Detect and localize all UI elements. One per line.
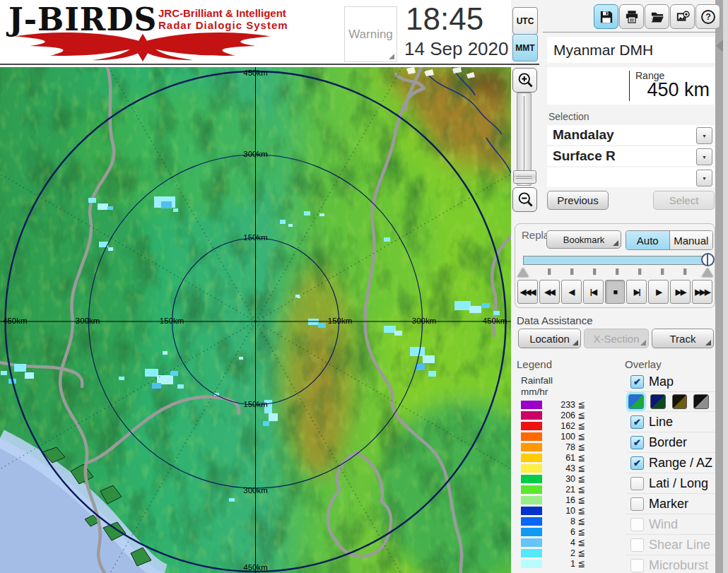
- legend-color-swatch: [521, 517, 542, 526]
- checkbox-checked[interactable]: ✔: [630, 436, 644, 449]
- select-button[interactable]: Select: [653, 191, 715, 210]
- legend-value: 2 ≦: [542, 548, 587, 558]
- warning-label: Warning: [348, 28, 393, 42]
- playback-rewind-fast-button[interactable]: ◀◀◀: [517, 280, 538, 304]
- playback-stop-button[interactable]: ■: [605, 280, 626, 304]
- chevron-down-icon[interactable]: [696, 170, 712, 187]
- product-dropdown[interactable]: Surface R: [547, 146, 715, 166]
- data-assistance-label: Data Assistance: [517, 314, 593, 326]
- replay-panel: Replay Bookmark Auto Manual ◀◀◀◀◀◀|◀■▶|▶…: [515, 223, 715, 308]
- legend-row: 2 ≦: [521, 548, 587, 558]
- manual-mode-button[interactable]: Manual: [670, 231, 713, 249]
- open-folder-button[interactable]: [645, 4, 669, 29]
- overlay-item-border[interactable]: ✔Border: [626, 432, 715, 452]
- warning-button[interactable]: Warning: [344, 6, 397, 62]
- map-style-navy-darkgreen[interactable]: [650, 394, 666, 409]
- checkbox[interactable]: [630, 538, 644, 552]
- overlay-item-marker[interactable]: Marker: [626, 493, 715, 514]
- collapse-panel-icon[interactable]: [716, 40, 723, 52]
- overlay-item-label: Line: [649, 415, 673, 430]
- logo-subtitle-1: JRC-Brilliant & Intelligent: [158, 7, 293, 19]
- overlay-item-label: Wind: [649, 517, 678, 532]
- overlay-item-label: Map: [649, 374, 674, 389]
- add-image-button[interactable]: [670, 4, 695, 29]
- timezone-mmt-button[interactable]: MMT: [512, 34, 538, 61]
- selection-label: Selection: [548, 111, 589, 122]
- legend-value: 61 ≦: [542, 452, 587, 463]
- legend-color-swatch: [521, 432, 542, 441]
- playback-play-button[interactable]: ▶: [648, 280, 669, 304]
- svg-text:300km: 300km: [243, 486, 268, 495]
- overlay-item-map[interactable]: ✔Map: [626, 372, 715, 391]
- checkbox[interactable]: [630, 518, 644, 531]
- overlay-item-line[interactable]: ✔Line: [626, 411, 715, 432]
- checkbox[interactable]: [630, 477, 644, 490]
- zoom-slider-thumb[interactable]: [513, 170, 536, 184]
- zoom-in-button[interactable]: [512, 68, 537, 93]
- map-style-row: [626, 391, 715, 411]
- overlay-item-shear-line[interactable]: Shear Line: [626, 534, 715, 555]
- slider-thumb[interactable]: [701, 253, 715, 266]
- checkbox-checked[interactable]: ✔: [630, 456, 644, 470]
- overlay-item-range-az[interactable]: ✔Range / AZ: [626, 452, 715, 473]
- playback-rewind-button[interactable]: ◀◀: [539, 280, 560, 304]
- svg-text:300km: 300km: [76, 317, 100, 325]
- overlay-item-label: Microburst: [649, 558, 708, 573]
- legend-value: 43 ≦: [542, 463, 587, 473]
- legend-row: 43 ≦: [521, 463, 587, 473]
- playback-skip-start-button[interactable]: |◀: [583, 280, 604, 304]
- svg-text:300km: 300km: [243, 150, 268, 158]
- svg-text:300km: 300km: [412, 317, 437, 325]
- auto-mode-button[interactable]: Auto: [626, 231, 670, 249]
- overlay-item-lati-long[interactable]: Lati / Long: [626, 473, 715, 493]
- print-button[interactable]: [619, 4, 644, 29]
- location-button[interactable]: Location: [518, 329, 581, 348]
- playback-skip-end-button[interactable]: ▶|: [626, 280, 647, 304]
- help-button[interactable]: ?: [695, 4, 720, 29]
- x-section-button[interactable]: X-Section: [584, 329, 649, 348]
- checkbox-checked[interactable]: ✔: [630, 415, 644, 429]
- legend-value: 1 ≦: [542, 558, 587, 569]
- legend-value: 21 ≦: [542, 484, 587, 495]
- extra-dropdown[interactable]: [547, 167, 715, 187]
- zoom-out-button[interactable]: [512, 187, 537, 212]
- chevron-down-icon[interactable]: [696, 127, 712, 144]
- checkbox[interactable]: [630, 559, 644, 572]
- legend-scale: 233 ≦206 ≦162 ≦100 ≦78 ≦61 ≦43 ≦30 ≦21 ≦…: [521, 399, 587, 569]
- checkbox-checked[interactable]: ✔: [630, 375, 644, 389]
- map-style-black-olive[interactable]: [672, 394, 688, 409]
- previous-button[interactable]: Previous: [547, 191, 609, 210]
- help-icon: ?: [700, 9, 716, 25]
- playback-forward-button[interactable]: ▶▶: [670, 280, 691, 304]
- legend-row: 10 ≦: [521, 505, 587, 516]
- playback-forward-fast-button[interactable]: ▶▶▶: [692, 280, 712, 304]
- panel-edge-strip[interactable]: [715, 0, 723, 573]
- replay-timeline-slider[interactable]: [523, 256, 709, 265]
- product-dropdown-value: Surface R: [553, 148, 616, 164]
- timezone-utc-button[interactable]: UTC: [512, 7, 538, 35]
- legend-color-swatch: [521, 454, 542, 462]
- range-box: Range 450 km: [547, 67, 715, 105]
- playback-controls: ◀◀◀◀◀◀|◀■▶|▶▶▶▶▶▶: [517, 280, 712, 304]
- zoom-out-icon: [517, 191, 534, 208]
- overlay-label: Overlay: [625, 358, 662, 370]
- playback-step-back-button[interactable]: ◀: [561, 280, 582, 304]
- overlay-item-label: Range / AZ: [649, 456, 712, 471]
- svg-text:150km: 150km: [328, 317, 353, 325]
- save-button[interactable]: [594, 4, 618, 29]
- map-style-blue-green[interactable]: [628, 394, 644, 409]
- overlay-item-label: Lati / Long: [649, 476, 708, 491]
- legend-row: 78 ≦: [521, 442, 587, 452]
- legend-label: Legend: [517, 358, 552, 370]
- radar-map[interactable]: 450km 300km 150km 150km 300km 450km 450k…: [0, 67, 511, 573]
- map-style-black-gray[interactable]: [693, 394, 709, 409]
- track-button[interactable]: Track: [652, 329, 714, 348]
- chevron-down-icon[interactable]: [696, 148, 712, 165]
- legend-value: 233 ≦: [542, 399, 587, 410]
- station-name: Myanmar DMH: [547, 37, 715, 63]
- bookmark-button[interactable]: Bookmark: [546, 230, 621, 249]
- overlay-item-wind[interactable]: Wind: [626, 514, 715, 534]
- site-dropdown[interactable]: Mandalay: [547, 125, 715, 145]
- overlay-item-microburst[interactable]: Microburst: [626, 555, 715, 573]
- checkbox[interactable]: [630, 497, 644, 511]
